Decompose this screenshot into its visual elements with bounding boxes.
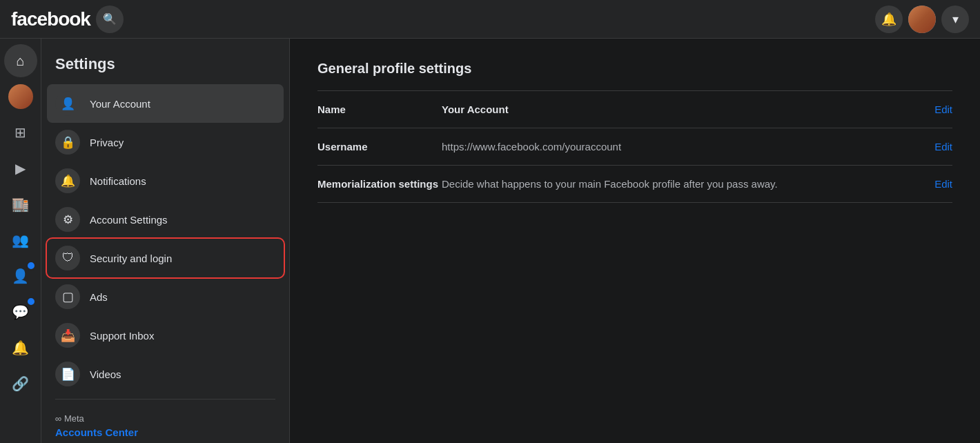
sidebar-item-videos[interactable]: 📄 Videos <box>47 355 284 393</box>
search-icon: 🔍 <box>103 12 117 26</box>
videos-icon: 📄 <box>55 362 80 386</box>
settings-row-username: Username https://www.facebook.com/yourac… <box>317 128 952 165</box>
user-avatar-button[interactable] <box>908 6 936 33</box>
rail-item-link[interactable]: 🔗 <box>4 367 37 400</box>
chevron-down-button[interactable]: ▾ <box>941 6 969 33</box>
notifications-button[interactable]: 🔔 <box>875 6 903 33</box>
account-settings-icon: ⚙ <box>55 207 80 232</box>
username-label: Username <box>317 141 442 152</box>
sidebar-label-security-login: Security and login <box>90 253 172 264</box>
sidebar-item-your-account[interactable]: 👤 Your Account <box>47 84 284 123</box>
rail-item-home[interactable]: ⌂ <box>4 44 37 77</box>
play-icon: ▶ <box>15 160 26 177</box>
accounts-center-link[interactable]: Accounts Center <box>55 426 275 438</box>
sidebar-label-your-account: Your Account <box>90 98 150 110</box>
sidebar-label-videos: Videos <box>90 368 121 380</box>
topnav-right: 🔔 ▾ <box>875 6 969 33</box>
main-body: ⌂ ⊞ ▶ 🏬 👥 👤 💬 🔔 🔗 <box>0 39 980 443</box>
sidebar-divider <box>55 399 275 400</box>
groups-badge <box>26 261 36 270</box>
sidebar-label-privacy: Privacy <box>90 137 124 148</box>
sidebar-item-account-settings[interactable]: ⚙ Account Settings <box>47 200 284 239</box>
sidebar-label-account-settings: Account Settings <box>90 214 168 226</box>
search-button[interactable]: 🔍 <box>96 6 124 33</box>
sidebar-item-support-inbox[interactable]: 📥 Support Inbox <box>47 316 284 355</box>
content-title: General profile settings <box>317 61 952 77</box>
settings-row-memorialization: Memorialization settings Decide what hap… <box>317 165 952 203</box>
rail-item-groups[interactable]: 👤 <box>4 259 37 293</box>
topnav-left: facebook 🔍 <box>11 6 124 33</box>
messages-badge <box>26 297 36 306</box>
name-label: Name <box>317 104 442 115</box>
marketplace-icon: 🏬 <box>12 196 29 213</box>
name-value-text: Your Account <box>442 104 509 115</box>
sidebar-item-ads[interactable]: ▢ Ads <box>47 277 284 316</box>
notifications-icon: 🔔 <box>12 339 29 356</box>
groups-icon: 👤 <box>12 268 29 284</box>
sidebar-label-support-inbox: Support Inbox <box>90 330 154 342</box>
settings-row-name: Name Your Account Edit <box>317 90 952 128</box>
home-icon: ⌂ <box>16 53 24 69</box>
sidebar-item-notifications[interactable]: 🔔 Notifications <box>47 161 284 200</box>
name-edit-button[interactable]: Edit <box>934 104 952 115</box>
settings-sidebar: Settings 👤 Your Account 🔒 Privacy 🔔 Noti… <box>41 39 290 443</box>
your-account-icon: 👤 <box>55 91 80 116</box>
sidebar-label-notifications: Notifications <box>90 175 146 187</box>
settings-title: Settings <box>47 50 284 84</box>
sidebar-item-privacy[interactable]: 🔒 Privacy <box>47 123 284 161</box>
username-value: https://www.facebook.com/youraccount <box>442 141 934 152</box>
rail-item-watch[interactable]: ▶ <box>4 152 37 185</box>
notifications-sidebar-icon: 🔔 <box>55 168 80 193</box>
memorialization-label: Memorialization settings <box>317 178 442 190</box>
sidebar-label-ads: Ads <box>90 291 108 303</box>
rail-item-profile[interactable] <box>4 80 37 113</box>
facebook-logo: facebook <box>11 8 90 30</box>
rail-item-grid[interactable]: ⊞ <box>4 116 37 149</box>
icon-rail: ⌂ ⊞ ▶ 🏬 👥 👤 💬 🔔 🔗 <box>0 39 41 443</box>
memorialization-edit-button[interactable]: Edit <box>934 178 952 190</box>
rail-item-marketplace[interactable]: 🏬 <box>4 188 37 221</box>
sidebar-item-security-login[interactable]: 🛡 Security and login <box>47 239 284 277</box>
chevron-down-icon: ▾ <box>952 12 959 27</box>
friends-icon: 👥 <box>12 232 29 248</box>
ads-icon: ▢ <box>55 284 80 309</box>
meta-logo: ∞ Meta <box>55 413 275 424</box>
meta-section: ∞ Meta Accounts Center Control settings … <box>47 405 284 443</box>
rail-item-friends[interactable]: 👥 <box>4 224 37 257</box>
messages-icon: 💬 <box>12 304 29 320</box>
rail-item-messages[interactable]: 💬 <box>4 295 37 328</box>
profile-avatar <box>8 84 33 109</box>
bell-icon: 🔔 <box>881 12 896 27</box>
rail-item-notifications[interactable]: 🔔 <box>4 331 37 364</box>
privacy-icon: 🔒 <box>55 130 80 155</box>
link-icon: 🔗 <box>12 375 29 392</box>
avatar-image <box>908 6 936 33</box>
memorialization-value: Decide what happens to your main Faceboo… <box>442 178 934 190</box>
main-content: General profile settings Name Your Accou… <box>290 39 980 443</box>
top-navigation: facebook 🔍 🔔 ▾ <box>0 0 980 39</box>
security-login-icon: 🛡 <box>55 246 80 270</box>
grid-icon: ⊞ <box>14 124 26 141</box>
support-inbox-icon: 📥 <box>55 323 80 348</box>
name-value: Your Account <box>442 104 934 115</box>
username-edit-button[interactable]: Edit <box>934 141 952 152</box>
